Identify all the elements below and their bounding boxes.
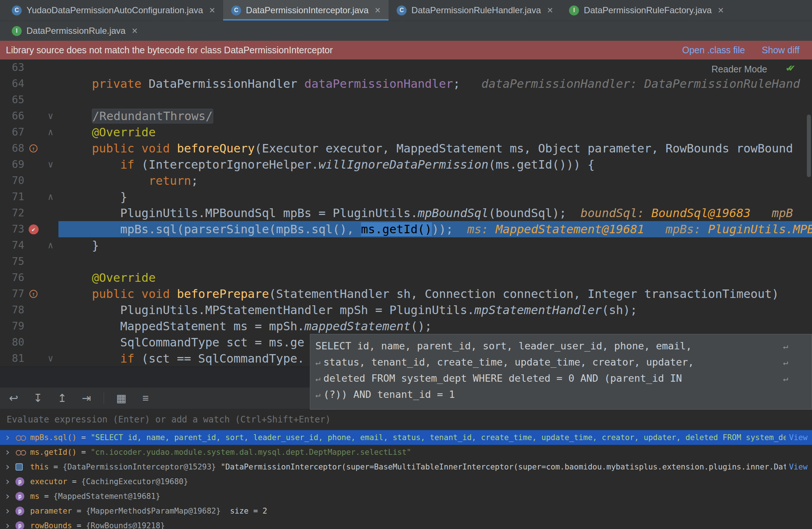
tab-close-icon[interactable]: × xyxy=(547,6,553,15)
code-line[interactable]: 67∧@Override xyxy=(0,124,812,140)
code-line[interactable]: 73✔ mpBs.sql(parserSingle(mpBs.sql(), ms… xyxy=(0,221,812,237)
code-text: public void beforePrepare(StatementHandl… xyxy=(58,286,779,302)
code-line[interactable]: 66∨/RedundantThrows/ xyxy=(0,108,812,124)
code-line[interactable]: 65 xyxy=(0,92,812,108)
fold-icon[interactable]: ∨ xyxy=(43,156,58,173)
code-line[interactable]: 70 return; xyxy=(0,173,812,189)
code-token: ms.getId() xyxy=(361,222,432,236)
expand-chevron-icon[interactable]: › xyxy=(4,476,15,487)
expand-chevron-icon[interactable]: › xyxy=(4,521,15,529)
editor-tab[interactable]: IDataPermissionRuleFactory.java× xyxy=(561,0,731,21)
code-line[interactable]: 63 xyxy=(0,60,812,76)
override-method-icon[interactable]: ↑ xyxy=(24,144,43,152)
fold-icon[interactable]: ∨ xyxy=(43,350,58,367)
tab-close-icon[interactable]: × xyxy=(132,26,137,36)
variable-icon-slot xyxy=(15,449,30,456)
code-text: MappedStatement ms = mpSh.mappedStatemen… xyxy=(58,318,432,334)
variable-row[interactable]: ›ms.getId() = "cn.iocoder.yudao.module.s… xyxy=(0,445,812,460)
code-token: (sct == SqlCommandType. xyxy=(135,352,304,366)
code-token: if xyxy=(120,158,135,172)
variable-name: mpBs.sql() xyxy=(30,430,76,445)
code-line[interactable]: 64private DataPermissionHandler dataPerm… xyxy=(0,76,812,92)
editor-scrollbar[interactable] xyxy=(807,115,811,177)
code-text: return; xyxy=(58,173,198,189)
code-line[interactable]: 72 PluginUtils.MPBoundSql mpBs = PluginU… xyxy=(0,205,812,221)
code-text: mpBs.sql(parserSingle(mpBs.sql(), ms.get… xyxy=(58,221,812,237)
editor-tab[interactable]: CDataPermissionInterceptor.java× xyxy=(223,0,389,21)
value-part: {MapperMethod$ParamMap@19682} xyxy=(86,507,221,515)
code-line[interactable]: 79 MappedStatement ms = mpSh.mappedState… xyxy=(0,318,812,334)
variable-row[interactable]: ›prowBounds = {RowBounds@19218} xyxy=(0,518,812,529)
grid-view-icon[interactable]: ▦ xyxy=(114,393,128,404)
expand-chevron-icon[interactable]: › xyxy=(4,462,15,472)
code-line[interactable]: 68↑public void beforeQuery(Executor exec… xyxy=(0,140,812,156)
tab-close-icon[interactable]: × xyxy=(209,6,215,15)
reader-mode-label[interactable]: Reader Mode xyxy=(712,64,767,75)
code-token: willIgnoreDataPermission xyxy=(319,158,489,172)
tooltip-line: SELECT id, name, parent_id, sort, leader… xyxy=(315,338,812,354)
variable-row[interactable]: ›this = {DataPermissionInterceptor@15293… xyxy=(0,460,812,474)
variable-value: "SELECT id, name, parent_id, sort, leade… xyxy=(90,430,786,445)
value-part: "SELECT id, name, parent_id, sort, leade… xyxy=(90,433,786,442)
equals-sign: = xyxy=(72,518,86,529)
curved-back-arrow-icon[interactable]: ↩ xyxy=(7,393,21,404)
code-token: (ms.getId())) { xyxy=(489,158,595,172)
code-token: dataPermissionHandler xyxy=(304,77,453,91)
variable-value: {RowBounds@19218} xyxy=(86,518,812,529)
inspections-ok-icon[interactable]: ✔✔ xyxy=(786,63,805,73)
editor-tab[interactable]: CYudaoDataPermissionAutoConfiguration.ja… xyxy=(4,0,223,21)
value-part: {MappedStatement@19681} xyxy=(53,492,160,501)
variable-row[interactable]: ›pexecutor = {CachingExecutor@19680} xyxy=(0,474,812,489)
arrow-up-from-line-icon[interactable]: ↥ xyxy=(55,393,69,404)
code-token: (sh); xyxy=(602,303,637,317)
code-line[interactable]: 76@Override xyxy=(0,270,812,286)
variable-row[interactable]: ›pms = {MappedStatement@19681} xyxy=(0,489,812,504)
code-token: mpBoundSql xyxy=(418,206,489,220)
expand-chevron-icon[interactable]: › xyxy=(4,447,15,457)
view-link[interactable]: View xyxy=(789,430,808,445)
code-token: PluginUtils.MPBoundSql mpBs = PluginUtil… xyxy=(92,206,418,220)
code-token: return xyxy=(149,174,191,188)
line-number: 76 xyxy=(0,270,24,286)
variable-row[interactable]: ›pparameter = {MapperMethod$ParamMap@196… xyxy=(0,504,812,518)
fold-icon[interactable]: ∧ xyxy=(43,237,58,253)
variable-name: rowBounds xyxy=(30,518,72,529)
code-line[interactable]: 69∨ if (InterceptorIgnoreHelper.willIgno… xyxy=(0,156,812,173)
code-token: (boundSql); xyxy=(489,206,566,220)
code-text: @Override xyxy=(58,124,155,140)
run-to-cursor-icon[interactable]: ⇥ xyxy=(79,393,93,404)
wrap-icon: ↵ xyxy=(783,354,788,370)
expand-chevron-icon[interactable]: › xyxy=(4,491,15,501)
code-line[interactable]: 71∧ } xyxy=(0,189,812,205)
line-number: 63 xyxy=(0,60,24,76)
show-diff-link[interactable]: Show diff xyxy=(762,45,800,55)
open-class-file-link[interactable]: Open .class file xyxy=(682,45,745,55)
view-link[interactable]: View xyxy=(789,460,808,474)
equals-sign: = xyxy=(39,489,53,504)
variable-row[interactable]: ›mpBs.sql() = "SELECT id, name, parent_i… xyxy=(0,430,812,445)
tab-close-icon[interactable]: × xyxy=(375,6,381,15)
parameter-icon: p xyxy=(15,492,24,501)
code-line[interactable]: 78 PluginUtils.MPStatementHandler mpSh =… xyxy=(0,302,812,318)
override-method-icon[interactable]: ↑ xyxy=(24,290,43,298)
expand-chevron-icon[interactable]: › xyxy=(4,432,15,443)
tooltip-line: ↵(?)) AND tenant_id = 1 xyxy=(315,386,812,403)
editor-tab[interactable]: IDataPermissionRule.java× xyxy=(4,21,146,41)
evaluate-expression-input[interactable]: Evaluate expression (Enter) or add a wat… xyxy=(0,409,812,430)
tab-close-icon[interactable]: × xyxy=(718,6,724,15)
arrow-down-to-line-icon[interactable]: ↧ xyxy=(31,393,45,404)
variable-value: {DataPermissionInterceptor@15293} "DataP… xyxy=(63,460,786,474)
code-token: boundSql: xyxy=(566,206,651,220)
editor-tab[interactable]: CDataPermissionRuleHandler.java× xyxy=(389,0,561,21)
code-token: /RedundantThrows/ xyxy=(92,109,213,123)
code-token: mpBs: xyxy=(644,222,708,236)
fold-icon[interactable]: ∧ xyxy=(43,189,58,205)
filter-settings-icon[interactable]: ≡ xyxy=(139,393,153,404)
code-line[interactable]: 75 xyxy=(0,253,812,270)
code-line[interactable]: 77↑public void beforePrepare(StatementHa… xyxy=(0,286,812,302)
expand-chevron-icon[interactable]: › xyxy=(4,506,15,516)
breakpoint-icon[interactable]: ✔ xyxy=(24,224,43,234)
fold-icon[interactable]: ∧ xyxy=(43,124,58,140)
fold-icon[interactable]: ∨ xyxy=(43,108,58,124)
code-line[interactable]: 74∧} xyxy=(0,237,812,253)
